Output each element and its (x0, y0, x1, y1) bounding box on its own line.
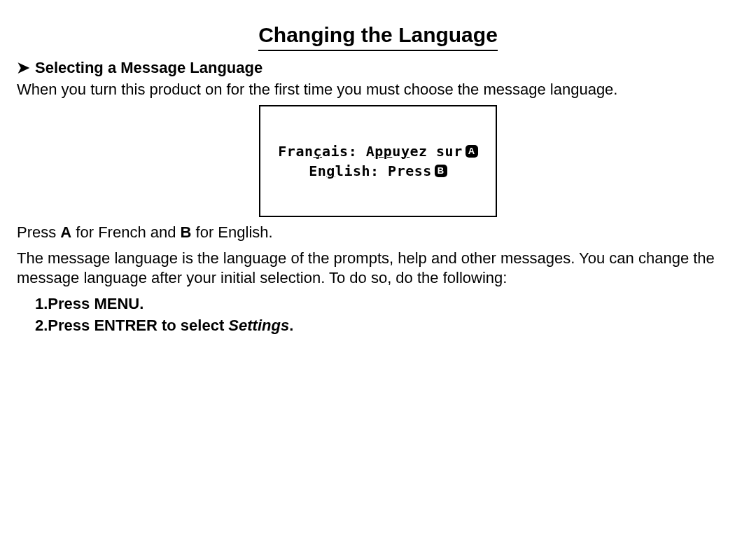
instruction-list: 1.Press MENU. 2.Press ENTRER to select S… (17, 294, 739, 335)
page-title: Changing the Language (258, 21, 498, 51)
press-instruction: Press A for French and B for English. (17, 223, 739, 243)
key-a-icon: A (465, 145, 478, 158)
intro-text: When you turn this product on for the fi… (17, 80, 739, 100)
lcd-display: Français: Appuyez sur A English: Press B (259, 105, 497, 217)
arrow-icon: ➤ (17, 59, 29, 76)
lcd-line-2: English: Press B (309, 162, 447, 180)
section-heading: ➤Selecting a Message Language (17, 58, 739, 78)
key-b-icon: B (435, 165, 447, 177)
step-2: 2.Press ENTRER to select Settings. (35, 316, 739, 336)
step-1: 1.Press MENU. (35, 294, 739, 314)
lcd-line-1: Français: Appuyez sur A (278, 142, 477, 160)
explanation-text: The message language is the language of … (17, 249, 739, 289)
heading-text: Selecting a Message Language (35, 59, 262, 76)
